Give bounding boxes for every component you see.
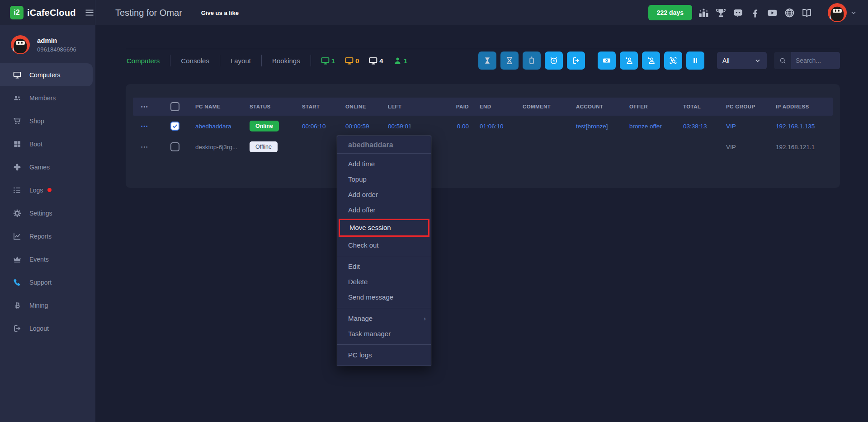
facebook-icon[interactable] [750, 7, 761, 19]
row-checkbox[interactable] [170, 142, 179, 151]
add-user-button[interactable] [642, 52, 660, 70]
globe-icon[interactable] [784, 7, 795, 19]
context-menu-group: PC logs [337, 344, 431, 366]
row-checkbox[interactable] [170, 122, 179, 131]
chart-icon [13, 232, 22, 241]
guest-login-button[interactable] [620, 52, 638, 70]
table-header: ••• PC NAME STATUS START ONLINE LEFT PAI… [133, 98, 833, 116]
row-menu-icon[interactable]: ••• [133, 124, 159, 129]
search-icon [774, 52, 791, 69]
user-name: admin [37, 37, 76, 44]
sidebar-item-logout[interactable]: Logout [0, 317, 93, 340]
main-content: Computers Consoles Layout Bookings 1 0 4… [95, 25, 868, 422]
menu-item-send-message[interactable]: Send message [337, 290, 431, 305]
avatar [828, 3, 847, 22]
hamburger-menu-icon[interactable] [84, 7, 95, 18]
table-row: ••• desktop-6j3rg... Offline VIP 192.168… [133, 136, 833, 157]
tab-layout[interactable]: Layout [220, 57, 261, 65]
gear-icon [13, 209, 22, 218]
hourglass-half-button[interactable] [500, 52, 519, 70]
ranking-icon[interactable] [698, 7, 709, 19]
cell-ip: 192.168.1.135 [766, 123, 833, 130]
cash-button[interactable] [598, 52, 616, 70]
sidebar-item-events[interactable]: Events [0, 248, 93, 271]
screenshot-icon [669, 56, 678, 65]
sidebar-item-computers[interactable]: Computers [0, 63, 93, 86]
topbar: i2 iCafeCloud Testing for Omar Give us a… [0, 0, 868, 25]
col-pc-name: PC NAME [185, 104, 240, 109]
account-menu[interactable] [828, 3, 857, 22]
sidebar-item-members[interactable]: Members [0, 86, 93, 109]
menu-item-add-time[interactable]: Add time [337, 156, 431, 172]
sidebar-item-mining[interactable]: Mining [0, 294, 93, 317]
menu-item-topup[interactable]: Topup [337, 172, 431, 187]
more-icon: ••• [133, 104, 159, 109]
col-online: ONLINE [335, 104, 378, 109]
group-filter-select[interactable]: All [717, 52, 767, 69]
sidebar-item-games[interactable]: Games [0, 155, 93, 178]
sidebar-item-label: Computers [29, 71, 60, 79]
sign-out-icon [571, 56, 580, 65]
user-phone: 096184986696 [37, 46, 76, 53]
col-left: LEFT [378, 104, 449, 109]
menu-item-edit[interactable]: Edit [337, 259, 431, 274]
user-star-icon [624, 56, 633, 65]
col-pc-group: PC GROUP [716, 104, 766, 109]
hourglass-start-button[interactable] [478, 52, 496, 70]
cell-start: 00:06:10 [292, 123, 335, 130]
menu-item-move-session[interactable]: Move session [340, 220, 428, 235]
menu-item-add-offer[interactable]: Add offer [337, 202, 431, 218]
sidebar-item-label: Logs [29, 187, 43, 194]
submenu-arrow-icon: › [424, 311, 426, 326]
alarm-button[interactable] [545, 52, 563, 70]
search-input[interactable] [791, 52, 840, 69]
menu-item-pc-logs[interactable]: PC logs [337, 347, 431, 363]
screenshot-button[interactable] [664, 52, 682, 70]
menu-item-task-manager[interactable]: Task manager [337, 326, 431, 342]
user-avatar [11, 35, 30, 54]
cell-end: 01:06:10 [470, 123, 513, 130]
cell-total: 03:38:13 [673, 123, 716, 130]
select-all-checkbox[interactable] [170, 102, 179, 111]
sidebar-item-reports[interactable]: Reports [0, 225, 93, 248]
discord-icon[interactable] [732, 7, 744, 19]
tab-consoles[interactable]: Consoles [170, 57, 220, 65]
cafe-title: Testing for Omar [115, 8, 182, 18]
menu-item-delete[interactable]: Delete [337, 274, 431, 290]
bitcoin-icon [13, 301, 22, 310]
alarm-clock-icon [549, 56, 558, 65]
context-menu-group: Add time Topup Add order Add offer Move … [337, 153, 431, 256]
list-icon [13, 186, 22, 195]
gamepad-cross-icon [13, 163, 22, 172]
sidebar-item-settings[interactable]: Settings [0, 202, 93, 225]
row-menu-icon[interactable]: ••• [133, 145, 159, 150]
sidebar-item-label: Support [29, 279, 52, 286]
battery-icon [527, 56, 536, 65]
battery-button[interactable] [523, 52, 541, 70]
give-us-a-like-link[interactable]: Give us a like [201, 9, 239, 16]
menu-item-add-order[interactable]: Add order [337, 187, 431, 202]
youtube-icon[interactable] [767, 7, 778, 19]
tab-bookings[interactable]: Bookings [262, 57, 311, 65]
hourglass-filled-icon [483, 56, 492, 65]
sidebar-item-logs[interactable]: Logs [0, 178, 93, 202]
sidebar-item-label: Mining [29, 302, 48, 309]
subscription-days-button[interactable]: 222 days [648, 5, 692, 20]
tabs-toolbar: Computers Consoles Layout Bookings 1 0 4… [126, 49, 840, 72]
menu-item-manage[interactable]: Manage › [337, 311, 431, 326]
pause-button[interactable] [686, 52, 704, 70]
status-badge: Online [250, 121, 279, 131]
checkout-button[interactable] [567, 52, 585, 70]
counter-pcs-in-session: 1 [321, 56, 335, 66]
sidebar-item-shop[interactable]: Shop [0, 109, 93, 132]
sidebar-item-support[interactable]: Support [0, 271, 93, 294]
tab-computers[interactable]: Computers [126, 57, 170, 65]
sidebar-item-label: Boot [29, 141, 42, 148]
logs-alert-dot [47, 188, 52, 192]
brand: i2 iCafeCloud [0, 0, 95, 25]
menu-item-check-out[interactable]: Check out [337, 238, 431, 253]
sidebar-item-boot[interactable]: Boot [0, 132, 93, 155]
windows-icon [13, 140, 22, 149]
trophy-icon[interactable] [715, 7, 726, 19]
docs-book-icon[interactable] [801, 7, 812, 19]
